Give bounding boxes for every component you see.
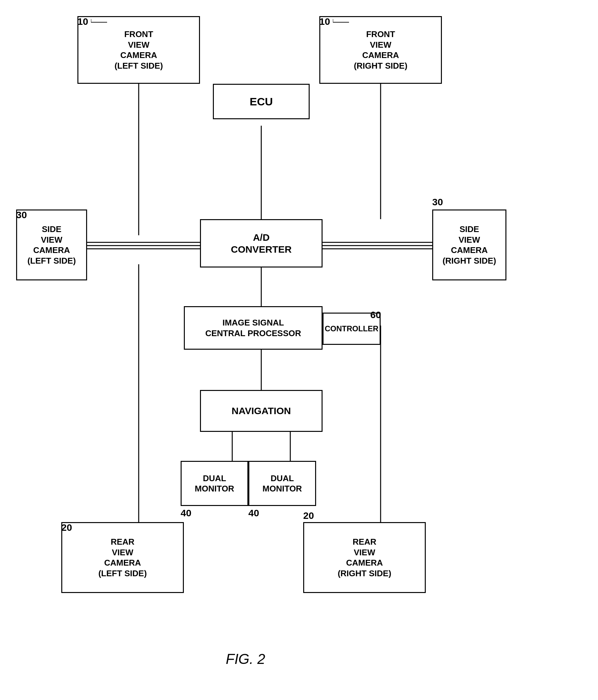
image-signal-box: IMAGE SIGNALCENTRAL PROCESSOR	[184, 306, 322, 350]
label-rear-camera-right: 20	[303, 510, 314, 521]
rear-camera-right-box: REARVIEWCAMERA(RIGHT SIDE)	[303, 522, 426, 593]
ad-converter-box: A/DCONVERTER	[200, 219, 322, 268]
ecu-box: ECU	[213, 84, 310, 119]
figure-label: FIG. 2	[226, 651, 265, 667]
navigation-box: NAVIGATION	[200, 390, 322, 432]
label-front-camera-right: 10	[319, 16, 352, 27]
label-front-camera-left: 10	[77, 16, 110, 27]
diagram: ECU A/DCONVERTER IMAGE SIGNALCENTRAL PRO…	[0, 0, 598, 700]
label-dual-monitor-right: 40	[248, 507, 259, 519]
side-camera-right-box: SIDEVIEWCAMERA(RIGHT SIDE)	[432, 209, 506, 280]
label-rear-camera-left: 20	[61, 522, 72, 533]
label-dual-monitor-left: 40	[181, 507, 191, 519]
rear-camera-left-box: REARVIEWCAMERA(LEFT SIDE)	[61, 522, 184, 593]
dual-monitor-right-box: DUALMONITOR	[248, 461, 316, 506]
dual-monitor-left-box: DUALMONITOR	[181, 461, 248, 506]
label-side-camera-right: 30	[432, 197, 443, 207]
label-controller: 60	[370, 309, 381, 320]
label-side-camera-left: 30	[16, 209, 27, 221]
